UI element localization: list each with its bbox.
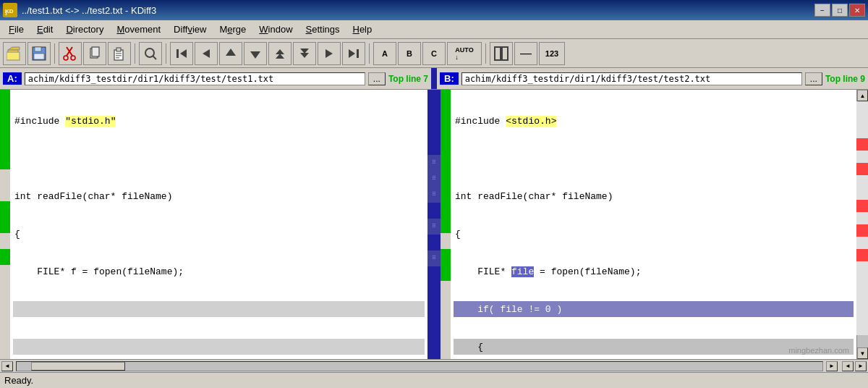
gutter-b <box>441 90 451 359</box>
svg-rect-23 <box>176 49 179 58</box>
menu-window[interactable]: Window <box>253 22 298 36</box>
vscrollbar: ▲ <box>856 90 868 359</box>
svg-line-21 <box>153 56 156 59</box>
menu-edit[interactable]: Edit <box>31 22 59 36</box>
line-item: #include "stdio.h" <box>13 113 425 129</box>
status-bar: Ready. <box>0 372 868 388</box>
scroll-down-button[interactable]: ▼ <box>857 347 868 359</box>
split-view-button[interactable] <box>490 42 513 65</box>
line-wrap-button[interactable]: — <box>514 42 537 65</box>
search-button[interactable] <box>139 42 162 65</box>
bottom-scrollbar: ◄ ► ◄ ► <box>0 359 868 372</box>
file-browse-a[interactable]: ... <box>368 72 386 85</box>
gutter-a <box>0 90 10 359</box>
auto-merge-button[interactable]: AUTO↓ <box>447 42 482 65</box>
svg-marker-25 <box>226 48 236 56</box>
main-content: File Edit Directory Movement Diffview Me… <box>0 20 868 388</box>
file-label-b: B: <box>440 72 459 85</box>
down-button[interactable] <box>244 42 267 65</box>
title-bar: KD 3 ../test1.txt <-> ../test2.txt - KDi… <box>0 0 868 20</box>
save-button[interactable] <box>27 42 51 65</box>
file-bar-b: B: ... Top line 9 <box>437 68 868 89</box>
diff-pane-b[interactable]: #include <stdio.h> int readFile(char* fi… <box>451 90 856 359</box>
choose-a-button[interactable]: A <box>373 42 396 65</box>
down-small-button[interactable] <box>293 42 316 65</box>
prev-diff-button[interactable] <box>195 42 218 65</box>
diff-wrapper: #include "stdio.h" int readFile(char* fi… <box>0 90 868 359</box>
line-item <box>454 151 854 166</box>
menu-movement[interactable]: Movement <box>111 22 166 36</box>
svg-rect-19 <box>116 57 119 59</box>
toolbar-separator-4 <box>369 43 370 64</box>
svg-point-12 <box>71 56 75 60</box>
copy-button[interactable] <box>83 42 106 65</box>
file-bar-a: A: ... Top line 7 <box>0 68 431 89</box>
file-bars: A: ... Top line 7 B: ... Top line 9 <box>0 68 868 90</box>
pane-b-container: #include <stdio.h> int readFile(char* fi… <box>441 90 868 359</box>
title-bar-left: KD 3 ../test1.txt <-> ../test2.txt - KDi… <box>3 3 156 17</box>
svg-marker-28 <box>276 54 284 59</box>
hscroll-thumb[interactable] <box>31 362 125 371</box>
up-button[interactable] <box>219 42 242 65</box>
line-item <box>13 301 425 317</box>
up-small-button[interactable] <box>268 42 292 65</box>
toolbar-separator-1 <box>54 43 55 64</box>
line-item: FILE* f = fopen(fileName); <box>13 263 425 279</box>
minimize-button[interactable]: − <box>814 4 830 17</box>
menu-directory[interactable]: Directory <box>60 22 109 36</box>
paste-button[interactable] <box>108 42 131 65</box>
open-button[interactable] <box>3 42 26 65</box>
scroll-right-button[interactable]: ► <box>826 361 838 371</box>
svg-rect-34 <box>495 47 501 60</box>
pane-a-container: #include "stdio.h" int readFile(char* fi… <box>0 90 427 359</box>
svg-rect-7 <box>35 47 41 51</box>
line-item <box>13 151 425 166</box>
svg-rect-16 <box>116 48 121 51</box>
topline-b: Top line 9 <box>825 74 865 84</box>
toolbar-separator-5 <box>485 43 486 64</box>
window-title: ../test1.txt <-> ../test2.txt - KDiff3 <box>22 5 156 16</box>
menu-diffview[interactable]: Diffview <box>168 22 212 36</box>
choose-c-button[interactable]: C <box>422 42 446 65</box>
topline-a: Top line 7 <box>388 74 428 84</box>
maximize-button[interactable]: □ <box>832 4 848 17</box>
divider-markers: ⠿ ⠿ ⠿ ⠿ ⠿ <box>427 91 441 282</box>
last-diff-button[interactable] <box>342 42 365 65</box>
next-diff-button[interactable] <box>318 42 341 65</box>
hscroll-track[interactable] <box>16 361 823 371</box>
scroll-left2-button[interactable]: ◄ <box>842 361 854 371</box>
first-diff-button[interactable] <box>170 42 193 65</box>
svg-point-11 <box>64 56 68 60</box>
diff-pane-a[interactable]: #include "stdio.h" int readFile(char* fi… <box>10 90 427 359</box>
menu-file[interactable]: File <box>3 22 30 36</box>
svg-rect-35 <box>502 47 508 60</box>
line-item <box>13 339 425 355</box>
line-count-display: 123 <box>539 42 565 65</box>
line-item: FILE* file = fopen(fileName); <box>454 263 854 279</box>
menu-bar: File Edit Directory Movement Diffview Me… <box>0 20 868 39</box>
menu-merge[interactable]: Merge <box>213 22 252 36</box>
svg-marker-22 <box>180 49 187 58</box>
menu-help[interactable]: Help <box>347 22 378 36</box>
svg-marker-26 <box>250 51 260 59</box>
line-item: { <box>13 226 425 242</box>
scroll-left-button[interactable]: ◄ <box>1 361 13 371</box>
file-browse-b[interactable]: ... <box>805 72 822 85</box>
toolbar-separator-3 <box>166 43 166 64</box>
file-path-b[interactable] <box>461 72 802 85</box>
menu-settings[interactable]: Settings <box>300 22 346 36</box>
scroll-right2-button[interactable]: ► <box>855 361 867 371</box>
center-divider: ⠿ ⠿ ⠿ ⠿ ⠿ <box>427 90 441 359</box>
svg-text:3: 3 <box>5 12 7 16</box>
choose-b-button[interactable]: B <box>398 42 421 65</box>
cut-button[interactable] <box>59 42 82 65</box>
line-item: #include <stdio.h> <box>454 113 854 129</box>
line-item: if( file != 0 ) <box>454 301 854 317</box>
line-item: { <box>454 339 854 355</box>
close-button[interactable]: ✕ <box>849 4 865 17</box>
pane-divider <box>431 68 437 89</box>
svg-rect-18 <box>116 55 122 56</box>
file-path-a[interactable] <box>25 72 365 85</box>
scroll-up-button[interactable]: ▲ <box>857 90 868 101</box>
status-text: Ready. <box>4 375 33 386</box>
